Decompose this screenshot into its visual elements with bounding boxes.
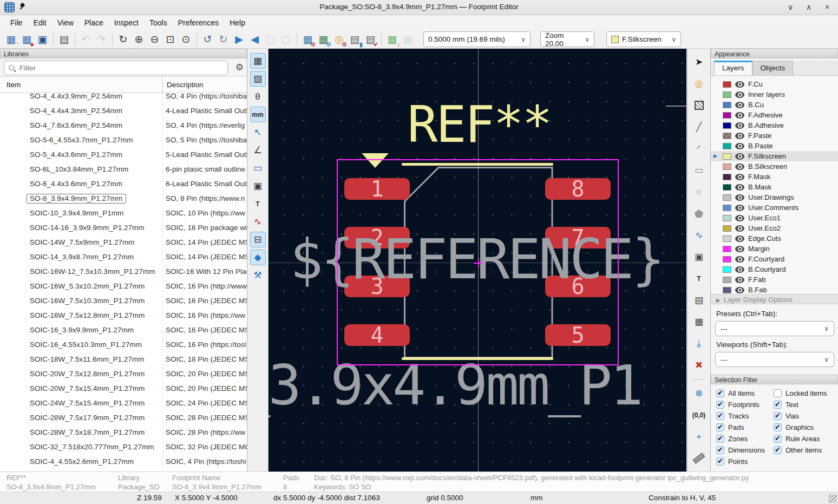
save-icon[interactable]: ▣ <box>35 32 50 47</box>
layer-color-swatch[interactable] <box>723 143 731 149</box>
zoom-dropdown[interactable]: Zoom 20.00 ∨ <box>540 31 594 47</box>
layer-name[interactable]: User.Comments <box>748 204 798 212</box>
checkbox[interactable] <box>774 389 782 397</box>
footprint-name-cell[interactable]: SOIC-16W-12_7.5x10.3mm_P1.27mm <box>30 267 155 276</box>
layer-color-swatch[interactable] <box>723 277 731 283</box>
checkbox[interactable] <box>774 401 782 409</box>
layer-name[interactable]: F.Fab <box>748 276 766 284</box>
visibility-eye-icon[interactable] <box>735 163 744 170</box>
layer-name[interactable]: User.Drawings <box>748 193 794 201</box>
library-row[interactable]: SOIC-14W_7.5x9mm_P1.27mm SOIC, 14 Pin (J… <box>0 236 247 251</box>
layer-name[interactable]: Margin <box>748 245 770 253</box>
menu-item[interactable]: Place <box>80 17 108 29</box>
visibility-eye-icon[interactable] <box>735 194 744 201</box>
layer-color-swatch[interactable] <box>723 184 731 191</box>
visibility-eye-icon[interactable] <box>735 112 744 119</box>
layer-row[interactable]: Edge.Cuts <box>711 233 838 244</box>
library-row[interactable]: SO-4_7.6x3.6mm_P2.54mm SO, 4 Pin (https:… <box>0 119 247 134</box>
default-pad-properties-icon[interactable]: ◎ ⚙ <box>332 32 346 47</box>
zoom-selection-icon[interactable]: ⊙ <box>179 32 193 47</box>
selection-filter-item[interactable]: Locked items <box>774 388 835 399</box>
layer-row[interactable]: F.Fab <box>711 274 838 285</box>
library-row[interactable]: SOIC-20W_7.5x12.8mm_P1.27mm SOIC, 20 Pin… <box>0 368 247 382</box>
layer-name[interactable]: F.Silkscreen <box>748 152 786 160</box>
library-row[interactable]: SOIC-18W_7.5x11.6mm_P1.27mm SOIC, 18 Pin… <box>0 353 247 368</box>
visibility-eye-icon[interactable] <box>735 184 744 191</box>
layer-name[interactable]: F.Adhesive <box>748 111 783 119</box>
resize-grip[interactable] <box>828 494 837 503</box>
library-row[interactable]: SO-4_4.4x3.9mm_P2.54mm SO, 4 Pin (https:… <box>0 93 247 104</box>
layer-row[interactable]: B.Cu <box>711 100 838 110</box>
visibility-eye-icon[interactable] <box>735 143 744 149</box>
image-tool-icon[interactable]: ▣ <box>691 249 707 265</box>
footprint-name-cell[interactable]: SO-8_3.9x4.9mm_P1.27mm <box>27 194 126 204</box>
layer-color-swatch[interactable] <box>723 81 731 88</box>
menu-item[interactable]: File <box>5 17 28 29</box>
sketch-footprints-icon[interactable]: ▣ <box>250 178 266 194</box>
visibility-eye-icon[interactable] <box>735 81 744 88</box>
value-text[interactable]: _3.9x4.9mm_P1 <box>269 358 641 413</box>
layer-name[interactable]: B.Cu <box>748 101 764 109</box>
preferences-icon[interactable]: ⚒ <box>250 267 266 283</box>
library-row[interactable]: SO-5-6_4.55x3.7mm_P1.27mm SO, 5 Pin (htt… <box>0 134 247 148</box>
selection-filter-item[interactable]: Rule Areas <box>774 433 835 444</box>
layer-color-swatch[interactable] <box>723 266 731 273</box>
footprint-properties-icon[interactable]: ▦ ⚙ <box>300 32 315 47</box>
library-row[interactable]: SOIC-16W_5.3x10.2mm_P1.27mm SOIC, 16 Pin… <box>0 280 247 294</box>
layer-row[interactable]: F.Cu <box>711 79 838 89</box>
library-row[interactable]: SOIC-4_4.55x2.6mm_P1.27mm SOIC, 4 Pin (h… <box>0 455 247 470</box>
layer-name[interactable]: User.Eco1 <box>748 214 781 222</box>
footprint-name-cell[interactable]: SOIC-16W_7.5x10.3mm_P1.27mm <box>30 297 145 305</box>
measure-tool-icon[interactable] <box>691 450 707 466</box>
insert-footprint-into-board-icon[interactable]: ▦ ↑ <box>401 32 415 47</box>
mirror-vertical-icon[interactable]: ◀ <box>247 32 262 47</box>
library-row[interactable]: SOIC-32_7.518x20.777mm_P1.27mm SOIC, 32 … <box>0 441 247 455</box>
sketch-lines-icon[interactable]: ∠ <box>250 142 266 158</box>
visibility-eye-icon[interactable] <box>735 246 744 252</box>
layer-color-swatch[interactable] <box>723 91 731 98</box>
refresh-icon[interactable]: ↻ <box>116 32 130 47</box>
minimize-button[interactable]: ∨ <box>785 2 796 12</box>
footprint-name-cell[interactable]: SO-5-6_4.55x3.7mm_P1.27mm <box>30 136 133 144</box>
layer-color-swatch[interactable] <box>723 122 731 129</box>
checkbox[interactable] <box>716 423 724 431</box>
menu-item[interactable]: Help <box>225 17 250 29</box>
footprint-name-cell[interactable]: SOIC-14-16_3.9x9.9mm_P1.27mm <box>30 224 145 232</box>
library-row[interactable]: SO-6_4.4x3.6mm_P1.27mm 6-Lead Plastic Sm… <box>0 178 247 192</box>
visibility-eye-icon[interactable] <box>735 91 744 98</box>
units-mm-icon[interactable]: mm <box>250 107 266 122</box>
layer-color-swatch[interactable] <box>723 287 731 293</box>
footprint-name-cell[interactable]: SO-4_4.4x4.3mm_P2.54mm <box>30 107 122 115</box>
library-row[interactable]: SOIC-20W_7.5x15.4mm_P1.27mm SOIC, 20 Pin… <box>0 382 247 397</box>
load-footprint-from-board-icon[interactable]: ▦ ↓ <box>385 32 400 47</box>
presets-dropdown[interactable]: --- ∨ <box>715 321 834 336</box>
checkbox[interactable] <box>774 412 782 420</box>
gear-icon[interactable]: ⚙ <box>235 62 244 73</box>
layer-row[interactable]: F.Paste <box>711 130 838 141</box>
layer-name[interactable]: B.Fab <box>748 286 767 294</box>
footprint-name-cell[interactable]: SOIC-4_4.55x2.6mm_P1.27mm <box>30 457 134 466</box>
footprint-name-cell[interactable]: SOIC-20W_7.5x15.4mm_P1.27mm <box>30 384 145 392</box>
menu-item[interactable]: Tools <box>145 17 172 29</box>
library-row[interactable]: SOIC-28W_7.5x17.9mm_P1.27mm SOIC, 28 Pin… <box>0 411 247 426</box>
layer-name[interactable]: B.Paste <box>748 142 773 150</box>
library-row[interactable]: SOIC-16W-12_7.5x10.3mm_P1.27mm SOIC-16 W… <box>0 265 247 280</box>
library-row[interactable]: SO-4_4.4x4.3mm_P2.54mm 4-Lead Plastic Sm… <box>0 104 247 119</box>
layer-row[interactable]: B.Paste <box>711 141 838 151</box>
visibility-eye-icon[interactable] <box>735 174 744 180</box>
footprint-name-cell[interactable]: SOIC-18W_7.5x11.6mm_P1.27mm <box>30 355 144 363</box>
footprint-name-cell[interactable]: SOIC-10_3.9x4.9mm_P1mm <box>30 209 123 217</box>
layer-row[interactable]: B.Silkscreen <box>711 161 838 172</box>
footprint-name-cell[interactable]: SO-4_4.4x3.9mm_P2.54mm <box>30 93 122 100</box>
pad-table-icon[interactable]: ▦ ⚙ <box>316 32 331 47</box>
line-tool-icon[interactable]: ╱ <box>691 119 707 135</box>
polar-coordinates-icon[interactable]: θ <box>250 89 266 104</box>
footprint-name-cell[interactable]: SOIC-14_3.9x8.7mm_P1.27mm <box>30 253 134 261</box>
redo-icon[interactable]: ↷ <box>94 32 109 47</box>
layer-name[interactable]: Edge.Cuts <box>748 234 781 243</box>
library-row[interactable]: SO-5_4.4x3.6mm_P1.27mm 5-Lead Plastic Sm… <box>0 148 247 163</box>
selection-filter-item[interactable]: Other items <box>774 444 835 456</box>
footprint-name-cell[interactable]: SO-5_4.4x3.6mm_P1.27mm <box>30 150 122 159</box>
library-row[interactable]: SOIC-28W_7.5x18.7mm_P1.27mm SOIC, 28 Pin… <box>0 426 247 441</box>
sep[interactable] <box>112 33 113 46</box>
